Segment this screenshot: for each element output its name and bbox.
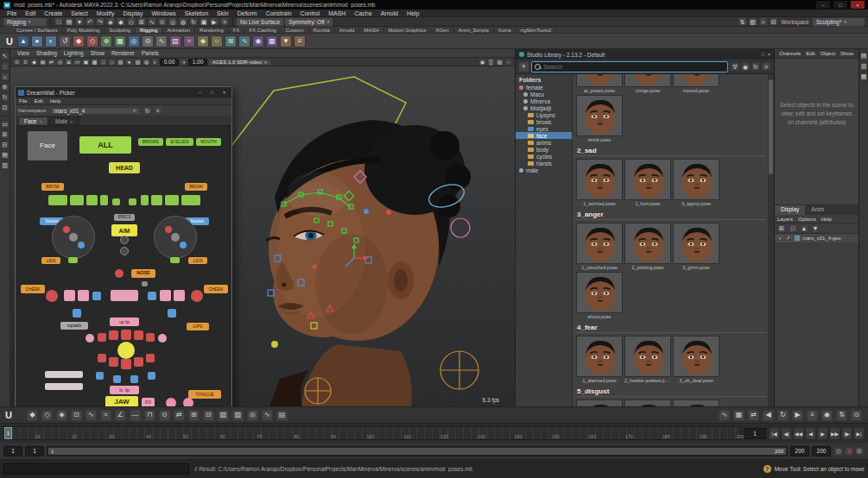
layout-hypergraph-icon[interactable]: ▤ (1, 151, 10, 160)
pose-thumbnail[interactable] (673, 399, 719, 406)
select-tool-icon[interactable]: ↖ (1, 52, 10, 60)
delete-key-icon[interactable]: ◇ (86, 35, 98, 47)
layer-editor-menu-layers[interactable]: Layers (775, 217, 795, 222)
move-layer-down-icon[interactable]: ▼ (811, 224, 820, 233)
no-character-set-icon[interactable]: ◇ (834, 447, 843, 456)
menu-mash[interactable]: MASH (324, 10, 350, 16)
pose-item[interactable]: cringe.pose (624, 74, 671, 93)
reset-pose-icon[interactable]: ↺ (59, 35, 71, 47)
frame-rate-icon[interactable]: ◉ (821, 410, 833, 421)
picker-control[interactable] (130, 375, 138, 383)
picker-control[interactable] (121, 330, 131, 340)
library-float-button[interactable]: □ (762, 52, 765, 57)
picker-control[interactable] (100, 195, 108, 205)
new-layer-icon[interactable]: ⊞ (777, 224, 786, 233)
pose-thumbnail[interactable] (576, 272, 623, 313)
viewport-menu-lighting[interactable]: Lighting (60, 50, 87, 56)
lasso-tool-icon[interactable]: ◌ (1, 62, 10, 71)
channel-box-menu-channels[interactable]: Channels (776, 51, 803, 56)
go-to-end-button[interactable]: ▶| (853, 427, 865, 440)
channel-box-menu-object[interactable]: Object (818, 51, 838, 56)
pose-item[interactable]: 3_grrrrr.pose (673, 223, 719, 270)
menu-help[interactable]: Help (402, 10, 423, 16)
picker-control[interactable] (134, 330, 143, 340)
view-options-icon[interactable]: ◉ (741, 62, 750, 71)
folder-item-cycles[interactable]: cycles (516, 153, 572, 160)
layer-editor-menu-options[interactable]: Options (795, 217, 819, 222)
hud-icon[interactable]: ≡ (807, 410, 818, 421)
pose-item[interactable]: 3_agony.pose (673, 159, 719, 206)
layer-editor-menu-help[interactable]: Help (819, 217, 834, 222)
shelf-tab-rumba[interactable]: Rumba (309, 28, 335, 33)
safe-action-icon[interactable]: □ (99, 59, 107, 66)
pose-item[interactable]: at_peace.pose (576, 74, 623, 93)
menu-cache[interactable]: Cache (350, 10, 376, 16)
range-slider-bar[interactable]: 1 200 (48, 448, 786, 455)
options-icon[interactable]: ⊙ (851, 410, 862, 421)
shelf-tab-custom[interactable]: Custom (282, 28, 309, 33)
add-namespace-icon[interactable]: + (154, 106, 162, 115)
playback-loop-icon[interactable]: ↻ (777, 410, 789, 421)
isolate-select-icon[interactable]: ◉ (478, 59, 486, 66)
pose-item[interactable]: 1_alarmed.pose (576, 336, 623, 383)
time-editor-icon[interactable]: ⇄ (748, 410, 759, 421)
symmetry-dropdown[interactable]: Symmetry: Off▾ (284, 17, 333, 27)
shelf-tab-arnold[interactable]: Arnold (335, 28, 359, 33)
picker-control[interactable] (86, 195, 98, 205)
folder-item-macu[interactable]: Macu (516, 91, 572, 97)
keyframe-delete-icon[interactable]: ◇ (41, 410, 53, 421)
joint-icon[interactable]: ⊙ (142, 35, 154, 47)
picker-aim-button[interactable]: AIM (111, 224, 137, 236)
picker-control[interactable] (134, 357, 143, 367)
picker-control[interactable] (171, 233, 180, 242)
studio-library-titlebar[interactable]: Studio Library - 2.13.2 - Default □ × (516, 49, 774, 60)
picker-control[interactable] (151, 195, 162, 205)
ik-fk-switch-icon[interactable]: ⊕ (100, 35, 112, 47)
menu-create[interactable]: Create (40, 10, 67, 16)
picker-control[interactable] (146, 354, 155, 362)
menu-modify[interactable]: Modify (92, 10, 119, 16)
menu-arnold[interactable]: Arnold (377, 10, 402, 16)
picker-control[interactable] (146, 333, 155, 342)
close-button[interactable]: × (851, 1, 865, 9)
search-input[interactable] (543, 64, 725, 70)
make-live-icon[interactable]: ◍ (179, 17, 187, 26)
picker-canvas[interactable]: FaceALLBROWSEYELIDSMOUTHHEADBROWBROWSock… (16, 125, 231, 406)
pose-thumbnail[interactable] (673, 336, 719, 377)
shelf-tab-rigging[interactable]: Rigging (136, 28, 162, 33)
shelf-tab-anim-scripts[interactable]: Anim_Scripts (454, 28, 494, 33)
channel-box-menu-show[interactable]: Show (838, 51, 856, 56)
bake-anim-icon[interactable]: ▼ (280, 35, 292, 47)
wireframe-on-shaded-icon[interactable]: ▧ (496, 59, 504, 66)
pose-item[interactable]: 3_sickened.pose (673, 399, 719, 406)
shelf-tab-fx[interactable]: FX (229, 28, 245, 33)
step-back-key-button[interactable]: ◀◀ (793, 427, 804, 440)
animation-start-field[interactable]: 1 (3, 446, 22, 456)
viewport-menu-shading[interactable]: Shading (33, 50, 60, 56)
animation-preferences-icon[interactable]: ⊙ (855, 447, 864, 456)
selection-component-icon[interactable]: ◇ (127, 17, 136, 26)
picker-lids-button[interactable]: LIDS (41, 257, 60, 264)
picker-face-button[interactable]: Face (28, 131, 67, 160)
picker-control[interactable] (70, 195, 84, 205)
library-scrollbar[interactable] (768, 74, 774, 406)
picker-squash-button[interactable]: squash (60, 322, 88, 330)
scale-tool-icon[interactable]: ⊡ (1, 104, 10, 112)
picker-control[interactable] (181, 195, 200, 205)
pose-item[interactable]: 1_appalled.pose (576, 399, 623, 406)
picker-control[interactable] (158, 334, 167, 343)
picker-lips-button[interactable]: LIPS (187, 323, 209, 330)
picker-titlebar[interactable]: DreamWall - Picker – □ × (16, 87, 231, 97)
picker-minimize-button[interactable]: – (195, 90, 205, 95)
open-scene-icon[interactable]: ▤ (65, 17, 73, 26)
pose-item[interactable]: 1_clenched.pose (576, 223, 623, 270)
paint-select-tool-icon[interactable]: ≈ (1, 72, 10, 81)
step-forward-key-button[interactable]: ▶▶ (829, 427, 840, 440)
breakdown-key-icon[interactable]: ◈ (56, 410, 67, 421)
picker-control[interactable] (45, 383, 83, 390)
scrollbar-thumb[interactable] (769, 79, 773, 174)
shelf-tab-curves-surfaces[interactable]: Curves / Surfaces (12, 28, 63, 33)
picker-control[interactable] (180, 242, 187, 248)
picker-control[interactable] (64, 290, 75, 301)
picker-lo-lip-button[interactable]: lo. lip (110, 386, 139, 394)
